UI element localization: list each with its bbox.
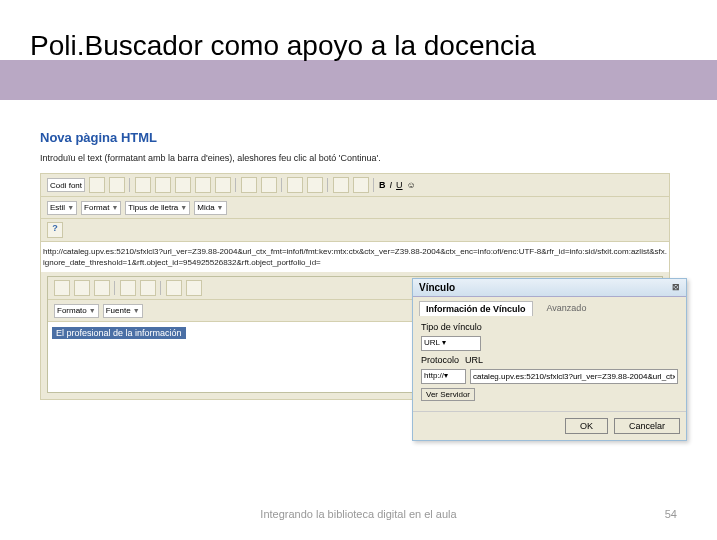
selectall-icon[interactable] xyxy=(333,177,349,193)
source-button[interactable]: Codi font xyxy=(47,178,85,192)
em-undo-icon[interactable] xyxy=(120,280,136,296)
em-copy-icon[interactable] xyxy=(74,280,90,296)
toolbar-row-2: Estil▼ Format▼ Tipus de lletra▼ Mida▼ xyxy=(41,197,669,219)
italic-icon[interactable]: I xyxy=(390,180,393,190)
em-image-icon[interactable] xyxy=(186,280,202,296)
protocol-label: Protocolo xyxy=(421,355,461,365)
slide-footer: Integrando la biblioteca digital en el a… xyxy=(0,508,717,520)
url-label: URL xyxy=(465,355,513,365)
em-font-select[interactable]: Fuente▼ xyxy=(103,304,143,318)
em-format-select[interactable]: Formato▼ xyxy=(54,304,99,318)
type-label: Tipo de vínculo xyxy=(421,322,482,332)
slide-title: Poli.Buscador como apoyo a la docencia xyxy=(30,30,536,62)
close-icon[interactable]: ⊠ xyxy=(672,282,680,293)
dialog-body: Tipo de vínculo URL ▾ Protocolo URL http… xyxy=(413,316,686,411)
tab-info[interactable]: Información de Vínculo xyxy=(419,301,533,316)
toolbar-row-1: Codi font B I U ☺ xyxy=(41,174,669,197)
toolbar-row-3: ? xyxy=(41,219,669,242)
copy-icon[interactable] xyxy=(155,177,171,193)
browse-server-button[interactable]: Ver Servidor xyxy=(421,388,475,401)
undo-icon[interactable] xyxy=(241,177,257,193)
font-select[interactable]: Tipus de lletra▼ xyxy=(125,201,190,215)
title-band xyxy=(0,60,717,100)
page-number: 54 xyxy=(665,508,677,520)
link-dialog: Vínculo ⊠ Información de Vínculo Avanzad… xyxy=(412,278,687,441)
new-icon[interactable] xyxy=(89,177,105,193)
cancel-button[interactable]: Cancelar xyxy=(614,418,680,434)
url-input[interactable] xyxy=(470,369,678,384)
emoji-icon[interactable]: ☺ xyxy=(407,180,416,190)
url-text-block: http://cataleg.upv.es:5210/sfxlcl3?url_v… xyxy=(41,242,669,272)
save-icon[interactable] xyxy=(109,177,125,193)
size-select[interactable]: Mida▼ xyxy=(194,201,226,215)
em-paste-icon[interactable] xyxy=(94,280,110,296)
page-heading: Nova pàgina HTML xyxy=(40,130,680,145)
em-redo-icon[interactable] xyxy=(140,280,156,296)
dialog-title-text: Vínculo xyxy=(419,282,455,293)
em-cut-icon[interactable] xyxy=(54,280,70,296)
dialog-buttons: OK Cancelar xyxy=(413,411,686,440)
bold-icon[interactable]: B xyxy=(379,180,386,190)
find-icon[interactable] xyxy=(287,177,303,193)
cut-icon[interactable] xyxy=(135,177,151,193)
replace-icon[interactable] xyxy=(307,177,323,193)
tab-advanced[interactable]: Avanzado xyxy=(541,301,593,316)
em-link-icon[interactable] xyxy=(166,280,182,296)
dialog-tabs: Información de Vínculo Avanzado xyxy=(413,297,686,316)
selected-text: El profesional de la información xyxy=(52,327,186,339)
intro-text: Introduïu el text (formatant amb la barr… xyxy=(40,153,680,163)
type-select[interactable]: URL ▾ xyxy=(421,336,481,351)
format-select[interactable]: Format▼ xyxy=(81,201,121,215)
help-icon[interactable]: ? xyxy=(47,222,63,238)
protocol-select[interactable]: http://▾ xyxy=(421,369,466,384)
underline-icon[interactable]: U xyxy=(396,180,403,190)
paste-word-icon[interactable] xyxy=(215,177,231,193)
style-select[interactable]: Estil▼ xyxy=(47,201,77,215)
paste-text-icon[interactable] xyxy=(195,177,211,193)
redo-icon[interactable] xyxy=(261,177,277,193)
paste-icon[interactable] xyxy=(175,177,191,193)
removefmt-icon[interactable] xyxy=(353,177,369,193)
dialog-titlebar: Vínculo ⊠ xyxy=(413,279,686,297)
ok-button[interactable]: OK xyxy=(565,418,608,434)
